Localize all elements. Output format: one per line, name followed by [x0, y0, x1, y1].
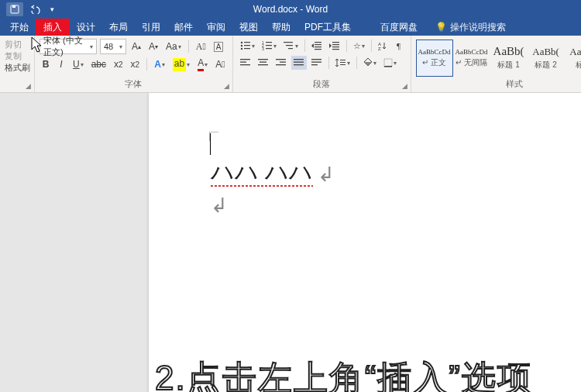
svg-rect-39 — [311, 59, 321, 60]
document-page[interactable]: ハハ ハハ ↲ ↲ — [149, 93, 581, 392]
svg-rect-14 — [284, 42, 293, 43]
styles-group-label: 样式 — [506, 79, 523, 88]
tell-me-search[interactable]: 💡 操作说明搜索 — [435, 19, 506, 36]
svg-rect-40 — [311, 62, 321, 63]
svg-rect-33 — [276, 59, 286, 60]
cut-button[interactable]: 剪切 — [5, 39, 29, 50]
paragraph-mark-icon: ↲ — [211, 194, 228, 218]
svg-rect-16 — [288, 48, 293, 49]
bullets-button[interactable]: ▾ — [238, 39, 257, 53]
tab-pdf[interactable]: PDF工具集 — [297, 19, 358, 36]
group-font: 宋体 (中文正文)▾ 48▾ A▴ A▾ Aa▾ A͛ A B I U▾ abc… — [35, 36, 233, 92]
distribute-button[interactable] — [309, 56, 325, 70]
shading-button[interactable]: ▾ — [361, 56, 379, 70]
shrink-font-button[interactable]: A▾ — [146, 40, 160, 53]
document-line-1[interactable]: ハハ ハハ ↲ — [211, 156, 335, 187]
font-color-button[interactable]: A▾ — [195, 57, 210, 71]
svg-rect-30 — [258, 59, 268, 60]
asian-layout-button[interactable]: ☆▾ — [351, 39, 367, 53]
tab-help[interactable]: 帮助 — [265, 19, 297, 36]
svg-text:Z: Z — [378, 46, 381, 50]
copy-button[interactable]: 复制 — [5, 50, 29, 62]
tab-mailings[interactable]: 邮件 — [167, 19, 200, 36]
document-text-content: ハハ ハハ — [211, 159, 313, 184]
qat-more-icon[interactable]: ▾ — [46, 4, 57, 15]
title-bar: ▾ Word.docx - Word — [0, 0, 581, 19]
clipboard-launcher-icon[interactable]: ◢ — [26, 82, 31, 90]
font-launcher-icon[interactable]: ◢ — [224, 82, 229, 90]
paragraph-launcher-icon[interactable]: ◢ — [402, 82, 407, 90]
tab-layout[interactable]: 布局 — [102, 19, 135, 36]
tab-home[interactable]: 开始 — [3, 19, 36, 36]
group-paragraph: ▾ 123▾ ▾ ☆▾ AZ ¶ ▾ ▾ — [233, 36, 411, 92]
window-title: Word.docx - Word — [253, 4, 328, 15]
svg-rect-42 — [340, 60, 346, 60]
align-right-button[interactable] — [273, 56, 289, 70]
tell-me-label: 操作说明搜索 — [450, 21, 506, 34]
tab-references[interactable]: 引用 — [135, 19, 167, 36]
undo-icon[interactable] — [29, 4, 40, 15]
subscript-button[interactable]: x2 — [112, 57, 125, 71]
enclose-char-button[interactable]: A⃝ — [213, 57, 227, 71]
svg-rect-29 — [240, 64, 250, 65]
save-icon[interactable] — [6, 2, 23, 16]
italic-button[interactable]: I — [55, 57, 67, 71]
format-painter-button[interactable]: 格式刷 — [5, 62, 29, 74]
tab-baidu[interactable]: 百度网盘 — [373, 19, 425, 36]
font-group-label: 字体 — [125, 79, 142, 88]
svg-rect-43 — [340, 62, 346, 63]
strikethrough-button[interactable]: abc — [89, 57, 108, 71]
decrease-indent-button[interactable] — [309, 39, 325, 53]
style-item[interactable]: AaBb(标题 2 — [528, 40, 565, 77]
increase-indent-button[interactable] — [327, 39, 342, 53]
svg-rect-1 — [12, 5, 15, 8]
svg-rect-38 — [294, 64, 304, 65]
change-case-button[interactable]: Aa▾ — [163, 40, 184, 53]
svg-rect-34 — [280, 62, 286, 63]
style-preview: AaBb( — [569, 46, 581, 58]
svg-rect-7 — [244, 48, 250, 49]
style-preview: AaBbCcDd — [418, 48, 451, 56]
font-name-combo[interactable]: 宋体 (中文正文)▾ — [40, 39, 97, 54]
bulb-icon: 💡 — [435, 22, 447, 33]
svg-rect-18 — [315, 44, 321, 45]
group-clipboard: 剪切 复制 格式刷 ◢ — [0, 36, 35, 92]
svg-rect-11 — [266, 45, 272, 46]
grow-font-button[interactable]: A▴ — [129, 40, 143, 53]
style-label: 标题 1 — [497, 60, 519, 70]
numbering-button[interactable]: 123▾ — [260, 39, 279, 53]
clear-formatting-button[interactable]: A — [211, 40, 226, 53]
svg-rect-19 — [315, 46, 321, 47]
align-center-button[interactable] — [256, 56, 271, 70]
show-marks-button[interactable]: ¶ — [392, 39, 406, 53]
line-spacing-button[interactable]: ▾ — [333, 56, 352, 70]
document-workspace[interactable]: ハハ ハハ ↲ ↲ 2.点击左上角“插入”选项 — [0, 93, 581, 392]
ribbon: 剪切 复制 格式刷 ◢ 宋体 (中文正文)▾ 48▾ A▴ A▾ Aa▾ A͛ … — [0, 36, 581, 93]
ribbon-tabs: 开始 插入 设计 布局 引用 邮件 审阅 视图 帮助 PDF工具集 百度网盘 💡… — [0, 19, 581, 36]
tab-view[interactable]: 视图 — [232, 19, 265, 36]
styles-gallery[interactable]: AaBbCcDd↵ 正文AaBbCcDd↵ 无间隔AaBb(标题 1AaBb(标… — [416, 40, 581, 77]
style-item[interactable]: AaBb(标题 1 — [490, 40, 528, 77]
sort-button[interactable]: AZ — [376, 39, 390, 53]
font-size-value: 48 — [104, 42, 113, 51]
bold-button[interactable]: B — [40, 57, 52, 71]
superscript-button[interactable]: x2 — [129, 57, 143, 71]
font-size-combo[interactable]: 48▾ — [100, 39, 126, 54]
svg-rect-23 — [332, 46, 339, 47]
multilevel-list-button[interactable]: ▾ — [281, 39, 301, 53]
underline-button[interactable]: U▾ — [70, 57, 86, 71]
align-left-button[interactable] — [238, 56, 253, 70]
style-item[interactable]: AaBbCcDd↵ 无间隔 — [453, 40, 490, 77]
tab-review[interactable]: 审阅 — [200, 19, 232, 36]
align-justify-button[interactable] — [291, 56, 307, 70]
highlight-button[interactable]: ab▾ — [170, 57, 192, 71]
tab-insert[interactable]: 插入 — [36, 19, 70, 36]
tab-design[interactable]: 设计 — [70, 19, 102, 36]
svg-rect-9 — [266, 42, 272, 43]
style-item[interactable]: AaBb(标题 — [565, 40, 581, 77]
phonetic-guide-button[interactable]: A͛ — [194, 40, 208, 53]
style-item[interactable]: AaBbCcDd↵ 正文 — [416, 40, 453, 77]
borders-button[interactable]: ▾ — [381, 56, 399, 70]
text-effects-button[interactable]: A▾ — [152, 57, 167, 71]
svg-rect-41 — [311, 64, 318, 65]
